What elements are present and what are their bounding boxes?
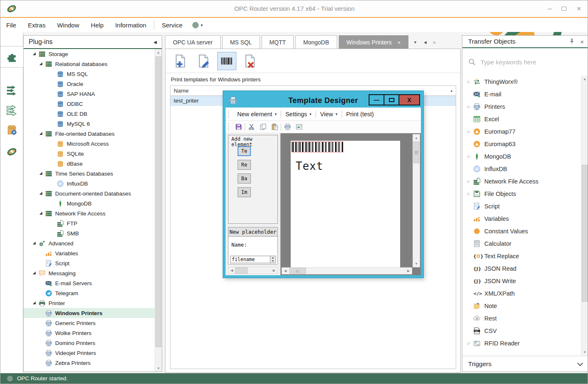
transfer-item-euromap77[interactable]: ▷Euromap77 xyxy=(462,125,581,138)
triggers-section-header[interactable]: Triggers xyxy=(462,356,588,372)
window-close-button[interactable]: × xyxy=(573,4,585,14)
tree-item-printer[interactable]: Printer xyxy=(24,298,155,308)
transfer-item-rfid-reader[interactable]: ▷RFIDRFID Reader xyxy=(462,337,581,350)
tree-item-e-mail-servers[interactable]: E-mail Servers xyxy=(24,278,155,288)
panel-close-icon[interactable]: × xyxy=(580,38,584,45)
tree-expander-icon[interactable] xyxy=(33,242,36,245)
transfer-item-script[interactable]: {}Script xyxy=(462,200,581,213)
transfer-item-printers[interactable]: ▷Printers xyxy=(462,100,581,113)
tab-mongodb[interactable]: MongoDB xyxy=(295,35,337,49)
rail-item-transfer-arrows[interactable] xyxy=(0,79,23,101)
tree-item-relational-databases[interactable]: Relational databases xyxy=(24,59,155,69)
menu-help[interactable]: Help xyxy=(85,18,109,32)
search-input[interactable] xyxy=(481,59,576,66)
tree-expander-icon[interactable] xyxy=(33,301,36,305)
sort-ascending-icon[interactable]: ▲ xyxy=(450,86,453,96)
designer-menu-view[interactable]: View▾ xyxy=(316,108,342,120)
tree-item-influxdb[interactable]: InfluxDB xyxy=(24,179,155,188)
tree-expander-icon[interactable] xyxy=(33,271,36,275)
rail-item-rings[interactable] xyxy=(0,141,23,162)
tree-item-videojet-printers[interactable]: Videojet Printers xyxy=(24,348,155,358)
scroll-down-icon[interactable]: ▼ xyxy=(413,260,420,267)
tree-item-odbc[interactable]: ODBC xyxy=(24,99,155,109)
transfer-item-thingworx[interactable]: ▷ThingWorx® xyxy=(462,76,581,88)
scroll-right-icon[interactable]: ▶ xyxy=(271,267,277,274)
tab-scroll-right-icon[interactable]: ▶ xyxy=(433,40,436,44)
tree-item-advanced[interactable]: Advanced xyxy=(24,238,155,248)
tree-expander-icon[interactable] xyxy=(39,62,43,66)
transfer-item-csv[interactable]: CSVCSV xyxy=(462,325,581,337)
transfer-scrollbar[interactable]: ▲ ▼ xyxy=(581,76,588,355)
window-minimize-button[interactable]: – xyxy=(544,4,556,14)
tab-ms-sql[interactable]: MS SQL xyxy=(222,35,260,49)
text-element[interactable]: Text xyxy=(296,160,323,172)
tree-item-storage[interactable]: Storage xyxy=(24,49,155,59)
transfer-item-e-mail[interactable]: E-mail xyxy=(462,88,581,100)
tree-item-zebra-printers[interactable]: Zebra Printers xyxy=(24,358,155,368)
tree-item-telegram[interactable]: Telegram xyxy=(24,288,155,298)
dialog-titlebar[interactable]: Template Designer — X xyxy=(226,93,421,108)
scrollbar-thumb[interactable] xyxy=(235,267,248,274)
expander-icon[interactable]: ▷ xyxy=(467,192,473,196)
tab-scroll-left-icon[interactable]: ◀ xyxy=(424,40,427,44)
panel-collapse-icon[interactable]: ◀ xyxy=(153,40,157,44)
toolbar-drag-handle[interactable] xyxy=(228,123,230,131)
designer-menu-settings[interactable]: Settings▾ xyxy=(281,108,316,120)
tree-item-microsoft-access[interactable]: Microsoft Access xyxy=(24,139,155,149)
transfer-item-excel[interactable]: Excel xyxy=(462,113,581,125)
scroll-up-icon[interactable]: ▲ xyxy=(413,135,420,141)
transfer-item-influxdb[interactable]: InfluxDB xyxy=(462,163,581,175)
service-caret-down-icon[interactable]: ▾ xyxy=(201,23,203,27)
paste-button[interactable] xyxy=(269,122,280,132)
tree-expander-icon[interactable] xyxy=(39,132,43,136)
left-panel-hscrollbar[interactable]: ◀ ▶ xyxy=(228,267,278,274)
tree-item-ole-db[interactable]: OLE DB xyxy=(24,109,155,119)
toolbar-drag-handle[interactable] xyxy=(228,110,230,118)
spinner-up-icon[interactable] xyxy=(272,257,274,259)
tree-item-wolke-printers[interactable]: Wolke Printers xyxy=(24,328,155,338)
transfer-item-constant-values[interactable]: Constant Values xyxy=(462,225,581,237)
element-button-re[interactable]: Re xyxy=(238,160,251,170)
tree-expander-icon[interactable] xyxy=(39,172,43,176)
tab-list-dropdown-icon[interactable]: ▼ xyxy=(413,40,417,44)
expander-icon[interactable]: ▷ xyxy=(467,154,473,159)
rail-item-puzzle[interactable] xyxy=(0,46,24,68)
tree-item-document-oriented-databases[interactable]: Document-oriented Databases xyxy=(24,188,155,198)
tree-item-ms-sql[interactable]: MS SQL xyxy=(24,69,155,79)
export-image-button[interactable] xyxy=(294,122,304,132)
element-button-te[interactable]: Te xyxy=(238,146,251,156)
scrollbar-thumb[interactable] xyxy=(582,165,588,302)
tree-item-domino-printers[interactable]: Domino Printers xyxy=(24,338,155,348)
dialog-maximize-button[interactable] xyxy=(384,94,399,105)
transfer-item-json-read[interactable]: {J}JSON Read xyxy=(462,262,581,275)
scroll-up-icon[interactable]: ▲ xyxy=(155,49,162,56)
tree-item-network-file-access[interactable]: Network File Access xyxy=(24,208,155,218)
menu-window[interactable]: Window xyxy=(51,18,85,32)
new-placeholder-header[interactable]: New placeholder xyxy=(228,227,277,237)
canvas-hscrollbar[interactable]: ◀ ||| ▶ xyxy=(282,267,412,274)
name-input-spinner[interactable] xyxy=(270,256,276,263)
tree-item-script[interactable]: {}Script xyxy=(24,258,155,268)
element-button-ba[interactable]: Ba xyxy=(238,174,251,183)
dialog-minimize-button[interactable]: — xyxy=(369,94,384,105)
tree-item-file-oriented-databases[interactable]: File-oriented Databases xyxy=(24,129,155,139)
rail-item-outline-arrows[interactable] xyxy=(0,99,23,121)
tree-item-sqlite[interactable]: SQLite xyxy=(24,149,155,159)
tab-windows-printers[interactable]: Windows Printers× xyxy=(339,35,409,49)
expander-icon[interactable]: ▷ xyxy=(467,341,473,345)
element-button-im[interactable]: Im xyxy=(238,187,251,197)
tree-item-dbase[interactable]: dBase xyxy=(24,159,155,169)
scrollbar-thumb[interactable] xyxy=(156,56,161,347)
transfer-item-rest[interactable]: RRest xyxy=(462,312,581,325)
scrollbar-track[interactable]: ||| xyxy=(289,268,405,274)
menu-service[interactable]: Service xyxy=(156,18,188,32)
designer-menu-new-element[interactable]: New element▾ xyxy=(233,108,281,120)
expander-icon[interactable]: ▷ xyxy=(467,80,473,84)
window-maximize-button[interactable] xyxy=(558,4,570,14)
transfer-item-text-replace[interactable]: {O}Text Replace xyxy=(462,250,581,262)
tree-item-windows-printers[interactable]: Windows Printers xyxy=(24,308,155,318)
transfer-item-network-file-access[interactable]: ▷Network File Access xyxy=(462,175,581,188)
copy-button[interactable] xyxy=(258,122,268,132)
delete-template-button[interactable] xyxy=(241,52,260,70)
tree-item-variables[interactable]: Variables xyxy=(24,248,155,258)
